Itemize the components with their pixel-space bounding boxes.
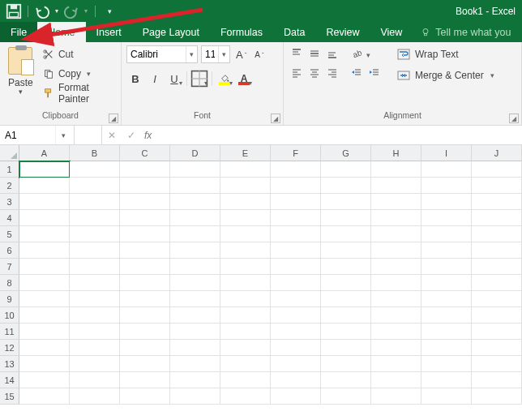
- cell[interactable]: [120, 242, 170, 259]
- cell[interactable]: [271, 242, 321, 259]
- column-header[interactable]: G: [321, 145, 371, 161]
- cell[interactable]: [421, 372, 472, 388]
- column-header[interactable]: E: [220, 145, 271, 161]
- cell[interactable]: [170, 372, 220, 388]
- align-right-button[interactable]: [324, 65, 340, 81]
- cell[interactable]: [321, 372, 371, 388]
- cell[interactable]: [120, 161, 170, 178]
- cell[interactable]: [371, 259, 421, 275]
- cell[interactable]: [371, 372, 421, 388]
- font-name-combo[interactable]: ▾: [126, 45, 198, 63]
- cell[interactable]: [321, 242, 371, 259]
- name-box-input[interactable]: [0, 130, 55, 141]
- cell[interactable]: [170, 259, 220, 275]
- cell[interactable]: [19, 242, 70, 259]
- cell[interactable]: [19, 307, 70, 324]
- cell[interactable]: [321, 388, 371, 405]
- cell[interactable]: [120, 259, 170, 275]
- cell[interactable]: [421, 226, 472, 242]
- cell[interactable]: [472, 307, 522, 324]
- increase-indent-button[interactable]: [366, 65, 383, 81]
- tab-formulas[interactable]: Formulas: [210, 22, 273, 42]
- cell[interactable]: [321, 275, 371, 291]
- tab-data[interactable]: Data: [273, 22, 315, 42]
- cell[interactable]: [321, 259, 371, 275]
- cell[interactable]: [421, 356, 472, 372]
- cell[interactable]: [271, 194, 321, 210]
- merge-dropdown[interactable]: ▾: [490, 71, 494, 79]
- row-header[interactable]: 10: [0, 307, 19, 324]
- cell[interactable]: [321, 226, 371, 242]
- underline-button[interactable]: U▾: [165, 70, 183, 88]
- cell[interactable]: [170, 324, 220, 340]
- cell[interactable]: [321, 340, 371, 356]
- cut-button[interactable]: Cut: [40, 45, 116, 63]
- cell[interactable]: [421, 388, 472, 405]
- cell[interactable]: [321, 178, 371, 194]
- cell[interactable]: [220, 275, 271, 291]
- cell[interactable]: [220, 226, 271, 242]
- cell[interactable]: [271, 178, 321, 194]
- cell[interactable]: [170, 178, 220, 194]
- cell[interactable]: [371, 307, 421, 324]
- cell[interactable]: [70, 291, 120, 307]
- cell[interactable]: [421, 275, 472, 291]
- cell[interactable]: [271, 210, 321, 226]
- cell[interactable]: [70, 178, 120, 194]
- cell[interactable]: [472, 194, 522, 210]
- cell[interactable]: [170, 275, 220, 291]
- cell[interactable]: [19, 324, 70, 340]
- row-header[interactable]: 6: [0, 242, 19, 259]
- format-painter-button[interactable]: Format Painter: [40, 84, 116, 102]
- column-header[interactable]: B: [70, 145, 120, 161]
- tab-page-layout[interactable]: Page Layout: [132, 22, 210, 42]
- font-launcher[interactable]: ◢: [271, 114, 280, 123]
- borders-button[interactable]: ▾: [190, 70, 208, 88]
- cell[interactable]: [472, 340, 522, 356]
- cell[interactable]: [170, 226, 220, 242]
- cell[interactable]: [421, 242, 472, 259]
- formula-input[interactable]: [155, 126, 522, 144]
- paste-dropdown[interactable]: ▾: [19, 88, 23, 96]
- cell[interactable]: [421, 161, 472, 178]
- cell[interactable]: [170, 242, 220, 259]
- cell[interactable]: [421, 307, 472, 324]
- cell[interactable]: [321, 307, 371, 324]
- cell[interactable]: [19, 259, 70, 275]
- cell[interactable]: [271, 388, 321, 405]
- redo-button[interactable]: [62, 2, 80, 20]
- worksheet-grid[interactable]: ABCDEFGHIJ 123456789101112131415: [0, 145, 522, 420]
- cell[interactable]: [371, 161, 421, 178]
- cell[interactable]: [70, 372, 120, 388]
- font-size-input[interactable]: [202, 49, 218, 60]
- cell[interactable]: [19, 340, 70, 356]
- cell[interactable]: [421, 259, 472, 275]
- cell[interactable]: [70, 226, 120, 242]
- row-header[interactable]: 8: [0, 275, 19, 291]
- column-header[interactable]: J: [472, 145, 522, 161]
- cell[interactable]: [170, 210, 220, 226]
- cell[interactable]: [472, 388, 522, 405]
- cell[interactable]: [170, 340, 220, 356]
- cell[interactable]: [472, 275, 522, 291]
- row-header[interactable]: 12: [0, 340, 19, 356]
- cell[interactable]: [70, 340, 120, 356]
- clipboard-launcher[interactable]: ◢: [109, 114, 118, 123]
- cell[interactable]: [472, 161, 522, 178]
- font-size-dropdown[interactable]: ▾: [218, 46, 229, 62]
- cell[interactable]: [371, 291, 421, 307]
- bold-button[interactable]: B: [126, 70, 144, 88]
- cell[interactable]: [19, 388, 70, 405]
- increase-font-button[interactable]: Aˆ: [233, 45, 249, 63]
- cell[interactable]: [19, 210, 70, 226]
- cell[interactable]: [70, 242, 120, 259]
- cell[interactable]: [220, 259, 271, 275]
- cell[interactable]: [271, 259, 321, 275]
- cell[interactable]: [170, 356, 220, 372]
- cell[interactable]: [220, 194, 271, 210]
- cell[interactable]: [70, 307, 120, 324]
- cell[interactable]: [371, 210, 421, 226]
- decrease-indent-button[interactable]: [349, 65, 365, 81]
- cell[interactable]: [371, 242, 421, 259]
- row-header[interactable]: 13: [0, 356, 19, 372]
